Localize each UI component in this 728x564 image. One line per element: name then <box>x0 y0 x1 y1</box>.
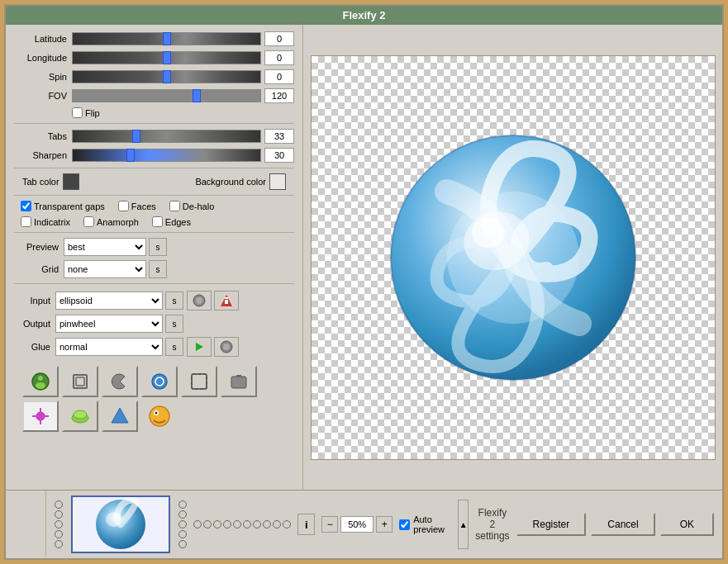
tool-btn-1[interactable] <box>22 366 59 397</box>
transparent-gaps-item: Transparent gaps <box>21 201 105 211</box>
canvas-area <box>311 55 716 460</box>
svg-point-1 <box>196 297 202 304</box>
spin-value[interactable] <box>264 69 294 84</box>
spin-slider[interactable] <box>72 70 261 83</box>
io-section: Input ellipsoid sphere cylinder s <box>14 291 294 357</box>
bottom-section: i − + Auto preview ▲ Flexify 2 <box>6 490 722 558</box>
dot-4 <box>55 530 63 538</box>
tabs-value[interactable] <box>264 129 294 144</box>
tool-btn-8[interactable] <box>62 400 98 432</box>
anamorph-checkbox[interactable] <box>83 216 94 227</box>
tool-icon-7 <box>29 405 52 428</box>
faces-checkbox[interactable] <box>118 201 129 211</box>
latitude-slider[interactable] <box>72 32 261 45</box>
glue-btn-2[interactable] <box>214 337 239 357</box>
glue-action-buttons <box>187 337 239 357</box>
svg-point-25 <box>74 410 87 419</box>
preview-select[interactable]: best good fast <box>64 238 146 256</box>
bottom-toolbar <box>14 361 294 437</box>
transparent-gaps-checkbox[interactable] <box>21 201 31 211</box>
glue-s-button[interactable]: s <box>165 338 183 356</box>
svg-point-37 <box>106 512 122 527</box>
edges-checkbox[interactable] <box>152 216 163 227</box>
zoom-value[interactable] <box>340 516 374 533</box>
tool-btn-3[interactable] <box>102 366 138 397</box>
settings-label-container: Flexify 2 settings <box>475 507 509 542</box>
ok-button[interactable]: OK <box>660 513 714 536</box>
spin-row: Spin <box>14 69 294 84</box>
glue-select[interactable]: normal multiply screen <box>55 338 163 356</box>
grid-s-button[interactable]: s <box>149 260 167 278</box>
latitude-value[interactable]: 0 <box>264 31 294 46</box>
tool-btn-2[interactable] <box>62 366 98 397</box>
glue-btn-1[interactable] <box>187 337 212 357</box>
output-s-button[interactable]: s <box>165 315 183 333</box>
svg-point-29 <box>155 412 158 415</box>
register-button[interactable]: Register <box>516 513 587 536</box>
dot-b-8 <box>263 520 271 528</box>
transparent-gaps-label: Transparent gaps <box>34 201 105 211</box>
dot-b-10 <box>283 520 291 528</box>
scroll-arrow[interactable]: ▲ <box>458 500 469 549</box>
indicatrix-checkbox[interactable] <box>21 216 31 227</box>
sphere-container <box>381 126 645 390</box>
flip-checkbox[interactable] <box>72 107 83 118</box>
output-select[interactable]: pinwheel sphere cylinder <box>55 315 163 333</box>
settings-label: Flexify 2 settings <box>475 507 509 542</box>
svg-rect-4 <box>225 297 228 299</box>
color-row: Tab color Background color <box>14 173 294 190</box>
tab-color-swatch[interactable] <box>63 173 79 190</box>
input-btn-2[interactable] <box>214 291 239 310</box>
tool-btn-5[interactable] <box>181 366 217 397</box>
faces-label: Faces <box>131 201 156 211</box>
spin-slider-container <box>72 70 261 83</box>
svg-point-7 <box>223 344 230 350</box>
flip-row: Flip <box>14 107 294 118</box>
right-panel <box>303 25 722 490</box>
tool-btn-4[interactable] <box>141 366 178 397</box>
fov-value[interactable] <box>264 88 294 103</box>
left-dots-strip <box>55 500 63 548</box>
input-select[interactable]: ellipsoid sphere cylinder <box>55 291 163 310</box>
bg-color-swatch[interactable] <box>269 173 286 190</box>
svg-point-9 <box>38 376 43 381</box>
dot-r-2 <box>178 510 187 519</box>
auto-preview-label: Auto preview <box>413 514 451 534</box>
zoom-minus-button[interactable]: − <box>321 516 338 533</box>
input-btn-1[interactable] <box>187 291 212 310</box>
de-halo-checkbox[interactable] <box>169 201 180 211</box>
sharpen-row: Sharpen <box>14 148 294 163</box>
tool-icon-8 <box>69 405 92 428</box>
sharpen-value[interactable] <box>264 148 294 163</box>
tabs-label: Tabs <box>14 131 72 141</box>
input-label: Input <box>14 296 55 306</box>
tabs-slider[interactable] <box>72 130 261 143</box>
grid-label: Grid <box>14 264 64 274</box>
grid-select[interactable]: none lines dots <box>64 260 146 278</box>
sharpen-slider[interactable] <box>72 149 261 162</box>
divider-2 <box>14 168 294 168</box>
edges-label: Edges <box>165 217 191 227</box>
tool-btn-7[interactable] <box>22 400 59 432</box>
longitude-slider[interactable] <box>72 51 261 64</box>
preview-s-button[interactable]: s <box>149 238 167 256</box>
input-action-buttons <box>187 291 239 310</box>
longitude-value[interactable] <box>264 50 294 65</box>
input-s-button[interactable]: s <box>165 291 183 310</box>
cancel-button[interactable]: Cancel <box>591 513 654 536</box>
fov-slider[interactable] <box>72 89 261 102</box>
tool-icon-1 <box>29 370 52 393</box>
tool-btn-6[interactable] <box>221 366 257 397</box>
info-button[interactable]: i <box>297 514 315 535</box>
bottom-right: i − + Auto preview ▲ Flexify 2 <box>46 491 722 558</box>
de-halo-label: De-halo <box>183 201 215 211</box>
divider-5 <box>14 283 294 284</box>
tab-color-group: Tab color <box>22 173 79 190</box>
zoom-plus-button[interactable]: + <box>376 516 393 533</box>
tool-icon-4 <box>148 370 171 393</box>
dot-3 <box>55 520 63 528</box>
tool-btn-9[interactable] <box>102 400 138 432</box>
checkbox-group-1: Transparent gaps Faces De-halo <box>14 201 294 211</box>
input-icon-1 <box>192 293 207 308</box>
auto-preview-checkbox[interactable] <box>399 519 410 530</box>
